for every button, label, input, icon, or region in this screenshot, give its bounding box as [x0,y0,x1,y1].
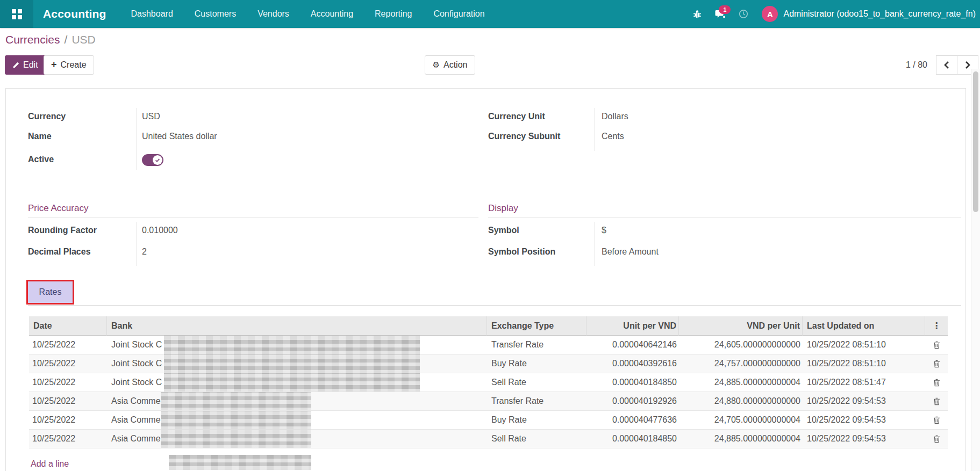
rounding-factor-value: 0.010000 [142,224,178,237]
apps-grid-icon [12,9,22,19]
currency-value: USD [142,110,160,123]
header-bank[interactable]: Bank [107,316,487,336]
action-button[interactable]: ⚙ Action [425,55,475,75]
add-a-line-link[interactable]: Add a line [31,459,69,469]
edit-button[interactable]: Edit [5,55,46,75]
decimal-places-value: 2 [142,245,147,258]
activities-button[interactable] [739,9,748,19]
menu-accounting[interactable]: Accounting [300,0,364,28]
header-vnd-per-unit[interactable]: VND per Unit [679,316,803,336]
currency-unit-value: Dollars [602,110,628,123]
trash-icon [933,416,940,424]
pager-value: 1 / 80 [906,60,927,70]
header-exchange-type[interactable]: Exchange Type [487,316,586,336]
symbol-label: Symbol [488,224,519,237]
group-separator [137,222,137,266]
table-row[interactable]: 10/25/2022 Joint Stock C Sell Rate 0.000… [29,373,948,392]
table-row[interactable]: 10/25/2022 Asia Comme Transfer Rate 0.00… [29,392,948,411]
currency-subunit-value: Cents [602,130,624,143]
bank-name: Asia Comme [111,396,161,405]
header-date[interactable]: Date [29,316,107,336]
menu-configuration[interactable]: Configuration [423,0,495,28]
scrollbar-thumb[interactable] [973,71,978,212]
bank-name: Joint Stock C [111,378,162,387]
breadcrumb-separator: / [65,33,68,46]
redacted-text [164,373,420,392]
control-panel: Edit + Create ⚙ Action 1 / 80 [0,55,980,75]
check-icon [153,155,162,165]
pencil-icon [12,62,19,69]
trash-icon [933,397,940,405]
tab-rates[interactable]: Rates [26,280,74,305]
breadcrumb-currencies-link[interactable]: Currencies [5,33,60,46]
apps-menu-button[interactable] [0,0,33,28]
group-separator [595,222,595,266]
bank-name: Asia Comme [111,434,161,443]
redacted-text [164,336,420,354]
currency-unit-label: Currency Unit [488,110,545,123]
group-separator [137,108,137,170]
display-title: Display [488,202,518,214]
vertical-ellipsis-icon: ⋮ [932,321,941,331]
user-name: Administrator (odoo15_to_bank_currency_r… [783,9,976,19]
delete-row-button[interactable] [929,338,943,352]
main-menu: Dashboard Customers Vendors Accounting R… [120,0,496,28]
trash-icon [933,360,940,368]
delete-row-button[interactable] [929,357,943,371]
symbol-position-value: Before Amount [602,245,659,258]
navbar-systray: 1 A Administrator (odoo15_to_bank_curren… [693,6,980,22]
redacted-text [161,430,311,448]
pager-previous-button[interactable] [936,55,957,75]
clock-icon [739,9,748,19]
column-options-button[interactable]: ⋮ [925,316,948,336]
plus-icon: + [51,60,57,69]
breadcrumb: Currencies / USD [5,33,96,46]
debug-button[interactable] [693,10,702,19]
bank-name: Joint Stock C [111,359,162,368]
table-row[interactable]: 10/25/2022 Asia Comme Sell Rate 0.000040… [29,430,948,448]
user-menu[interactable]: A Administrator (odoo15_to_bank_currency… [762,6,976,22]
decimal-places-label: Decimal Places [28,245,91,258]
table-row[interactable]: 10/25/2022 Joint Stock C Transfer Rate 0… [29,336,948,354]
currency-label: Currency [28,110,66,123]
delete-row-button[interactable] [929,375,943,389]
tabbar-divider [28,305,961,306]
table-row[interactable]: 10/25/2022 Asia Comme Buy Rate 0.0000404… [29,411,948,430]
delete-row-button[interactable] [929,394,943,408]
delete-row-button[interactable] [929,413,943,427]
symbol-position-label: Symbol Position [488,245,555,258]
header-last-updated[interactable]: Last Updated on [803,316,925,336]
create-button[interactable]: + Create [44,55,94,75]
trash-icon [933,341,940,349]
table-row[interactable]: 10/25/2022 Joint Stock C Buy Rate 0.0000… [29,354,948,373]
menu-customers[interactable]: Customers [184,0,247,28]
table-header-row: Date Bank Exchange Type Unit per VND VND… [29,316,948,336]
redacted-text [161,392,311,411]
redacted-text [169,455,311,470]
section-rule [28,218,478,218]
name-label: Name [28,130,52,143]
messages-button[interactable]: 1 [715,10,725,19]
redacted-text [164,354,420,373]
avatar: A [762,6,778,22]
app-name[interactable]: Accounting [43,8,106,20]
delete-row-button[interactable] [929,432,943,446]
bank-name: Joint Stock C [111,340,162,349]
bug-icon [693,10,702,19]
currency-subunit-label: Currency Subunit [488,130,560,143]
menu-vendors[interactable]: Vendors [247,0,300,28]
symbol-value: $ [602,224,606,237]
chevron-left-icon [944,61,949,69]
form-sheet: Currency USD Name United States dollar A… [5,88,966,471]
menu-reporting[interactable]: Reporting [364,0,423,28]
pager: 1 / 80 [906,55,978,75]
rounding-factor-label: Rounding Factor [28,224,97,237]
message-count-badge: 1 [719,5,731,14]
scrollbar[interactable] [971,69,980,471]
header-unit-per-vnd[interactable]: Unit per VND [586,316,679,336]
chevron-right-icon [965,61,970,69]
active-toggle[interactable] [142,154,163,166]
trash-icon [933,379,940,387]
menu-dashboard[interactable]: Dashboard [120,0,184,28]
bank-name: Asia Comme [111,415,161,424]
